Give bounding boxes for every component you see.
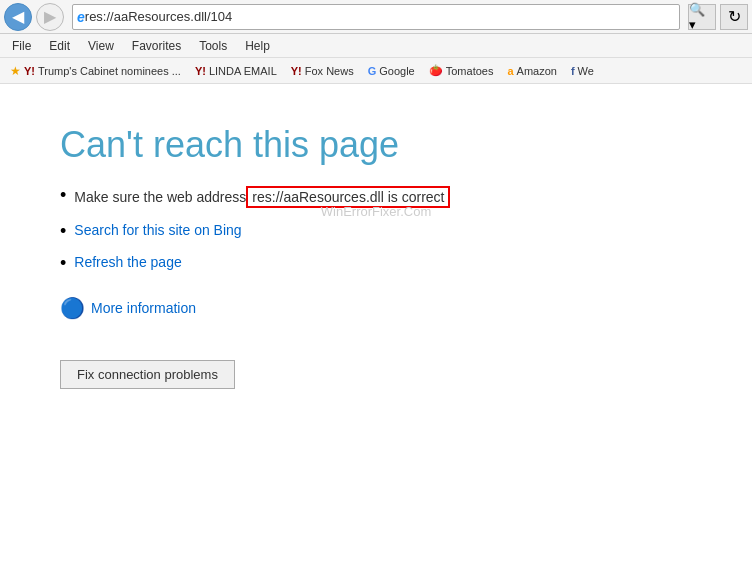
fav-label-4: Tomatoes xyxy=(446,65,494,77)
search-bing-link[interactable]: Search for this site on Bing xyxy=(74,222,241,238)
browser-icon: e xyxy=(77,9,85,25)
bullet-1: • xyxy=(60,222,66,240)
forward-button[interactable]: ▶ xyxy=(36,3,64,31)
fav-label-5: Amazon xyxy=(517,65,557,77)
error-list: • Make sure the web address res://aaReso… xyxy=(60,186,692,272)
fav-item-0[interactable]: ★ Y! Trump's Cabinet nominees ... xyxy=(4,62,187,80)
menu-favorites[interactable]: Favorites xyxy=(124,37,189,55)
bullet-2: • xyxy=(60,254,66,272)
fav-item-6[interactable]: f We xyxy=(565,63,600,79)
menu-view[interactable]: View xyxy=(80,37,122,55)
fav-item-1[interactable]: Y! LINDA EMAIL xyxy=(189,63,283,79)
address-bar-input[interactable] xyxy=(85,9,675,24)
fav-label-3: Google xyxy=(379,65,414,77)
fav-label-6: We xyxy=(578,65,594,77)
fav-label-2: Fox News xyxy=(305,65,354,77)
make-sure-prefix: Make sure the web address xyxy=(74,189,246,205)
main-content: Can't reach this page WinErrorFixer.Com … xyxy=(0,84,752,484)
fav-item-5[interactable]: a Amazon xyxy=(501,63,562,79)
more-info-icon: 🔵 xyxy=(60,296,85,320)
error-title: Can't reach this page xyxy=(60,124,692,166)
bullet-0: • xyxy=(60,186,66,204)
more-info-link[interactable]: More information xyxy=(91,300,196,316)
fav-item-4[interactable]: 🍅 Tomatoes xyxy=(423,62,500,79)
address-bar-container: e xyxy=(72,4,680,30)
menu-file[interactable]: File xyxy=(4,37,39,55)
menu-help[interactable]: Help xyxy=(237,37,278,55)
list-item-1: • Search for this site on Bing xyxy=(60,222,692,240)
refresh-link[interactable]: Refresh the page xyxy=(74,254,181,270)
fav-logo-3: G xyxy=(368,65,377,77)
menu-edit[interactable]: Edit xyxy=(41,37,78,55)
fix-connection-button[interactable]: Fix connection problems xyxy=(60,360,235,389)
fav-logo-2: Y! xyxy=(291,65,302,77)
fix-button-container: Fix connection problems xyxy=(60,340,692,389)
more-info-section: 🔵 More information xyxy=(60,296,692,320)
fav-logo-4: 🍅 xyxy=(429,64,443,77)
fav-item-3[interactable]: G Google xyxy=(362,63,421,79)
watermark: WinErrorFixer.Com xyxy=(321,204,432,219)
fav-label-0: Trump's Cabinet nominees ... xyxy=(38,65,181,77)
menu-bar: File Edit View Favorites Tools Help xyxy=(0,34,752,58)
refresh-button[interactable]: ↻ xyxy=(720,4,748,30)
favorites-bar: ★ Y! Trump's Cabinet nominees ... Y! LIN… xyxy=(0,58,752,84)
fav-logo-6: f xyxy=(571,65,575,77)
list-item-2: • Refresh the page xyxy=(60,254,692,272)
fav-label-1: LINDA EMAIL xyxy=(209,65,277,77)
fav-logo-1: Y! xyxy=(195,65,206,77)
fav-logo-5: a xyxy=(507,65,513,77)
fav-item-2[interactable]: Y! Fox News xyxy=(285,63,360,79)
star-icon: ★ xyxy=(10,64,21,78)
back-button[interactable]: ◀ xyxy=(4,3,32,31)
fav-logo-0: Y! xyxy=(24,65,35,77)
search-button[interactable]: 🔍 ▾ xyxy=(688,4,716,30)
navigation-bar: ◀ ▶ e 🔍 ▾ ↻ xyxy=(0,0,752,34)
menu-tools[interactable]: Tools xyxy=(191,37,235,55)
